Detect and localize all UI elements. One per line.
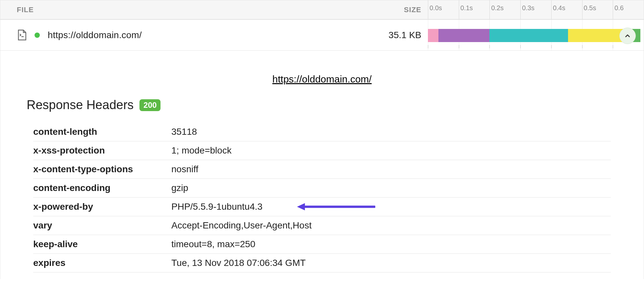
header-key: x-powered-by [33,201,171,212]
collapse-button[interactable] [619,28,636,44]
time-tick: 0.2s [489,0,520,19]
header-key: keep-alive [33,239,171,249]
header-value: 35118 [171,127,611,137]
header-value: nosniff [171,164,611,175]
header-key: content-encoding [33,183,171,193]
status-dot-icon [35,33,40,38]
request-size: 35.1 KB [356,30,428,40]
header-row: varyAccept-Encoding,User-Agent,Host [33,216,611,235]
time-tick: 0.4s [551,0,582,19]
header-value: 1; mode=block [171,145,611,156]
time-tick: 0.5s [582,0,613,19]
time-tick: 0.0s [428,0,459,19]
header-key: x-xss-protection [33,145,171,156]
waterfall-segment [438,29,489,42]
header-row: content-length35118 [33,123,611,141]
column-timeline: 0.0s0.1s0.2s0.3s0.4s0.5s0.6 [428,0,644,19]
waterfall-segment [489,29,568,42]
waterfall-bar [428,29,640,42]
header-row: content-encodinggzip [33,179,611,198]
header-key: expires [33,258,171,268]
detail-url-link[interactable]: https://olddomain.com/ [272,74,372,84]
waterfall-segment [428,29,438,42]
header-row: expiresTue, 13 Nov 2018 07:06:34 GMT [33,254,611,272]
request-url: https://olddomain.com/ [48,30,142,40]
response-headers-title: Response Headers 200 [27,98,617,112]
header-row: x-xss-protection1; mode=block [33,141,611,160]
header-key: vary [33,220,171,231]
time-tick: 0.3s [520,0,551,19]
header-row: x-powered-byPHP/5.5.9-1ubuntu4.3 [33,198,611,216]
header-value: timeout=8, max=250 [171,239,611,249]
chevron-up-icon [624,32,631,39]
header-value: Tue, 13 Nov 2018 07:06:34 GMT [171,258,611,268]
waterfall-segment [568,29,628,42]
time-tick: 0.6 [613,0,644,19]
header-value: PHP/5.5.9-1ubuntu4.3 [171,201,611,212]
header-row: keep-alivetimeout=8, max=250 [33,235,611,254]
headers-table: content-length35118x-xss-protection1; mo… [33,123,611,272]
header-key: x-content-type-options [33,164,171,175]
section-title-text: Response Headers [27,98,134,112]
time-tick: 0.1s [459,0,490,19]
header-value: gzip [171,183,611,193]
header-value: Accept-Encoding,User-Agent,Host [171,220,611,231]
request-row[interactable]: https://olddomain.com/ 35.1 KB [0,20,644,51]
column-size-label: SIZE [356,6,428,14]
table-header: FILE SIZE 0.0s0.1s0.2s0.3s0.4s0.5s0.6 [0,0,644,20]
column-file-label: FILE [0,6,356,14]
detail-panel: https://olddomain.com/ Response Headers … [0,51,644,279]
header-key: content-length [33,127,171,137]
header-row: x-content-type-optionsnosniff [33,160,611,179]
status-badge: 200 [139,99,161,111]
file-html-icon [17,29,27,41]
